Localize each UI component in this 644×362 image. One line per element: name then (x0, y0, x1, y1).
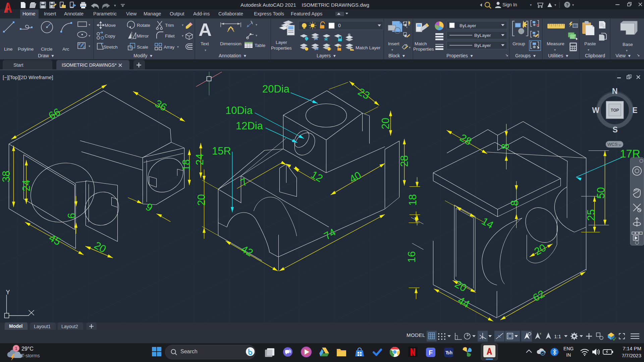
svg-text:S: S (612, 125, 618, 134)
svg-text:▾: ▾ (177, 45, 179, 49)
svg-text:Move: Move (105, 23, 116, 28)
svg-text:Match Layer: Match Layer (356, 45, 381, 50)
svg-text:Measure: Measure (547, 41, 565, 46)
svg-text:E: E (632, 106, 637, 115)
svg-text:Mirror: Mirror (137, 34, 149, 39)
svg-text:1: 1 (15, 346, 17, 351)
svg-text:▾: ▾ (554, 3, 556, 7)
svg-text:38: 38 (0, 171, 12, 182)
svg-text:0: 0 (338, 23, 341, 28)
svg-text:x: x (540, 332, 541, 335)
svg-text:Polyline: Polyline (18, 47, 34, 52)
svg-text:▾: ▾ (530, 3, 532, 7)
svg-text:28: 28 (398, 155, 410, 167)
svg-text:Insert: Insert (388, 41, 399, 46)
svg-text:8: 8 (499, 143, 511, 149)
svg-text:▾: ▾ (256, 23, 257, 26)
svg-text:ByLayer: ByLayer (474, 43, 491, 48)
svg-text:Circle: Circle (41, 47, 53, 52)
svg-text:Dimension: Dimension (220, 41, 241, 46)
svg-text:Array: Array (164, 45, 175, 50)
svg-text:▾: ▾ (89, 23, 90, 26)
svg-text:▾: ▾ (554, 48, 556, 52)
svg-text:ByLayer: ByLayer (474, 33, 491, 38)
svg-text:18: 18 (407, 194, 419, 205)
svg-text:▾: ▾ (182, 34, 183, 38)
svg-text:WCS: WCS (607, 142, 618, 147)
svg-text:Line: Line (4, 47, 13, 52)
svg-text:▾: ▾ (89, 44, 90, 48)
svg-text:ByLayer: ByLayer (460, 23, 476, 28)
svg-text:A: A (199, 19, 212, 40)
svg-text:▾: ▾ (588, 48, 589, 52)
svg-text:24: 24 (20, 180, 32, 191)
svg-text:Layer: Layer (276, 40, 287, 45)
svg-text:▾: ▾ (572, 3, 574, 7)
svg-text:▾: ▾ (89, 34, 90, 38)
svg-text:24: 24 (194, 154, 206, 165)
svg-text:Sign In: Sign In (502, 2, 517, 7)
svg-text:Fillet: Fillet (165, 34, 175, 39)
svg-text:6: 6 (66, 213, 77, 219)
svg-text:Ђh: Ђh (445, 350, 452, 355)
svg-text:20Dia: 20Dia (262, 83, 290, 95)
svg-text:[−][Top][2D Wireframe]: [−][Top][2D Wireframe] (3, 74, 53, 80)
svg-text:▾: ▾ (114, 3, 116, 7)
svg-text:N: N (612, 87, 618, 96)
svg-text:▾: ▾ (256, 34, 257, 37)
svg-text:Copy: Copy (105, 34, 115, 39)
svg-text:W: W (592, 106, 599, 115)
svg-text:50: 50 (595, 187, 607, 198)
svg-text:▾: ▾ (391, 48, 393, 52)
svg-text:Table: Table (255, 43, 265, 48)
svg-text:▾: ▾ (409, 46, 411, 49)
svg-text:Rotate: Rotate (137, 23, 150, 28)
svg-text:F: F (429, 349, 433, 356)
svg-text:20: 20 (196, 194, 207, 205)
svg-text:Scale: Scale (137, 45, 148, 50)
svg-text:Y: Y (6, 289, 10, 296)
svg-text:Base: Base (623, 42, 633, 47)
svg-text:Properties: Properties (413, 47, 434, 52)
svg-text:Text: Text (201, 41, 209, 46)
svg-text:15R: 15R (212, 145, 231, 157)
svg-text:10Dia: 10Dia (225, 105, 253, 116)
svg-text:18: 18 (180, 159, 192, 171)
svg-text:TOP: TOP (611, 108, 619, 113)
svg-text:▾: ▾ (66, 53, 67, 53)
svg-text:Arc: Arc (62, 47, 69, 52)
svg-text:Match: Match (415, 41, 427, 46)
svg-text:Paste: Paste (584, 41, 596, 46)
svg-text:16: 16 (406, 251, 418, 262)
svg-text:▾: ▾ (182, 23, 183, 27)
svg-text:?: ? (566, 2, 569, 7)
svg-text:Properties: Properties (271, 46, 292, 51)
svg-text:Group: Group (513, 41, 525, 46)
svg-text:Trim: Trim (165, 23, 174, 28)
svg-text:20: 20 (380, 118, 391, 129)
svg-text:8: 8 (509, 200, 521, 206)
svg-text:▾: ▾ (626, 49, 628, 52)
svg-text:▾: ▾ (205, 48, 206, 52)
svg-text:1:1: 1:1 (554, 334, 561, 339)
svg-text:12Dia: 12Dia (236, 120, 263, 132)
svg-text:▾: ▾ (46, 53, 48, 53)
svg-text:25: 25 (585, 209, 597, 221)
svg-text:Stretch: Stretch (103, 45, 118, 50)
